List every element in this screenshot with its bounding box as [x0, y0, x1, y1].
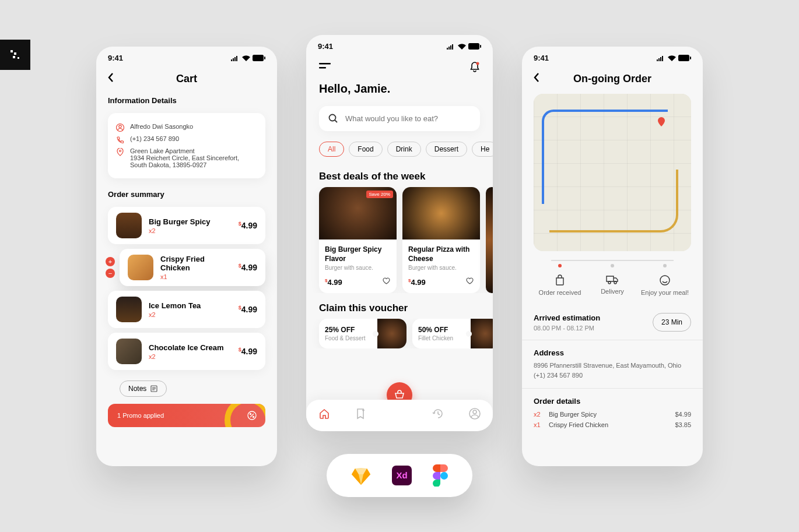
heart-icon[interactable] — [382, 277, 391, 287]
food-thumb — [116, 297, 142, 322]
svg-text:Xd: Xd — [396, 470, 407, 480]
status-time: 9:41 — [318, 42, 333, 51]
svg-rect-3 — [17, 57, 19, 59]
qty-minus-icon[interactable]: − — [106, 269, 115, 278]
voucher-sub: Food & Dessert — [325, 335, 372, 341]
info-card: Alfredo Dwi Sasongko (+1) 234 567 890 Gr… — [108, 113, 265, 178]
info-address: Green Lake Apartment 1934 Reichert Circl… — [130, 147, 257, 168]
svg-rect-2 — [13, 56, 15, 58]
order-item[interactable]: Big Burger Spicy x2 $4.99 — [108, 207, 265, 244]
heart-icon[interactable] — [465, 277, 474, 287]
figma-icon — [433, 464, 448, 487]
info-name: Alfredo Dwi Sasongko — [130, 123, 193, 130]
order-item[interactable]: + − Crispy Fried Chicken x1 $4.99 — [120, 249, 265, 286]
step: Order received — [534, 264, 586, 297]
back-icon[interactable] — [108, 73, 114, 84]
deal-name: Regular Pizza with Cheese — [408, 245, 474, 263]
xd-icon: Xd — [392, 466, 412, 485]
deal-card[interactable] — [486, 187, 493, 293]
brand-logo — [0, 40, 30, 70]
deal-desc: Burger with sauce. — [408, 265, 474, 271]
tracking-map[interactable] — [534, 94, 691, 251]
search-input[interactable] — [345, 114, 471, 123]
qty-plus-icon[interactable]: + — [106, 257, 115, 266]
sketch-icon — [351, 466, 371, 485]
search-box[interactable] — [319, 106, 480, 131]
status-time: 9:41 — [534, 54, 549, 62]
item-price: $4.99 — [239, 263, 257, 272]
voucher-sub: Fillet Chicken — [418, 335, 465, 341]
svg-point-8 — [120, 150, 121, 152]
step: Delivery — [586, 264, 639, 297]
order-item[interactable]: Chocolate Ice Cream x2 $4.99 — [108, 333, 265, 370]
item-price: $4.99 — [239, 305, 257, 314]
info-phone: (+1) 234 567 890 — [130, 135, 179, 142]
truck-icon — [606, 274, 619, 285]
menu-icon[interactable] — [319, 63, 331, 73]
order-summary-title: Order summary — [96, 183, 277, 202]
nav-bookmark-icon[interactable] — [355, 408, 366, 422]
eta-time: 08.00 PM - 08.12 PM — [534, 325, 600, 332]
deal-card[interactable]: Save 20% Big Burger Spicy Flavor Burger … — [319, 187, 397, 293]
chip-all[interactable]: All — [319, 142, 344, 157]
page-title: On-going Order — [522, 73, 703, 85]
promo-bar[interactable]: 1 Promo applied — [108, 404, 265, 427]
status-bar: 9:41 — [306, 35, 493, 51]
bottom-nav — [306, 400, 493, 431]
svg-point-11 — [250, 414, 251, 415]
svg-point-18 — [330, 115, 336, 121]
screen-cart: 9:41 Cart Information Details Alfredo Dw… — [96, 47, 277, 466]
deal-price: $4.99 — [325, 278, 342, 287]
deals-title: Best deals of the week — [306, 161, 493, 187]
voucher-title-text: 25% OFF — [325, 326, 372, 334]
deal-image: Save 20% — [319, 187, 397, 239]
chip-drink[interactable]: Drink — [387, 142, 421, 157]
nav-home-icon[interactable] — [318, 408, 330, 422]
search-icon — [328, 114, 338, 124]
page-title: Cart — [96, 73, 277, 85]
address-label: Address — [534, 348, 691, 357]
svg-point-25 — [660, 276, 670, 285]
order-steps: Order received Delivery Enjoy your meal! — [522, 256, 703, 305]
svg-rect-5 — [264, 57, 265, 59]
svg-rect-15 — [319, 63, 331, 65]
deal-image — [486, 187, 493, 293]
screen-order: 9:41 On-going Order Order received — [522, 47, 703, 466]
status-bar: 9:41 — [522, 47, 703, 62]
svg-point-28 — [440, 472, 448, 480]
svg-rect-22 — [690, 57, 691, 59]
status-icons — [446, 43, 481, 50]
notes-button[interactable]: Notes — [120, 380, 167, 397]
chip-food[interactable]: Food — [349, 142, 382, 157]
back-icon[interactable] — [534, 73, 539, 84]
address-phone: (+1) 234 567 890 — [534, 371, 691, 380]
status-time: 9:41 — [108, 54, 123, 62]
svg-rect-1 — [14, 52, 16, 55]
nav-profile-icon[interactable] — [469, 408, 481, 422]
voucher-card[interactable]: 50% OFF Fillet Chicken — [412, 319, 493, 348]
svg-rect-16 — [319, 67, 326, 69]
deal-desc: Burger with sauce. — [325, 265, 391, 271]
item-qty: x2 — [149, 353, 232, 360]
notification-icon[interactable] — [469, 61, 480, 75]
svg-point-12 — [253, 417, 254, 418]
svg-rect-13 — [468, 43, 479, 50]
address-text: 8996 Pfannerstill Stravenue, East Mayamo… — [534, 361, 691, 371]
order-item[interactable]: Ice Lemon Tea x2 $4.99 — [108, 291, 265, 328]
nav-history-icon[interactable] — [432, 408, 444, 422]
svg-rect-21 — [678, 55, 689, 61]
voucher-card[interactable]: 25% OFF Food & Dessert — [319, 319, 406, 348]
order-details-label: Order details — [534, 397, 691, 406]
svg-rect-0 — [10, 50, 13, 52]
order-detail-row: x2 Big Burger Spicy $4.99 — [534, 409, 691, 420]
chip-more[interactable]: He — [472, 142, 493, 157]
chip-dessert[interactable]: Dessert — [426, 142, 467, 157]
item-name: Ice Lemon Tea — [149, 301, 232, 310]
map-pin-icon — [658, 117, 665, 126]
voucher-title: Claim this voucher — [306, 293, 493, 319]
svg-point-19 — [473, 410, 476, 414]
bag-icon — [554, 274, 566, 286]
item-qty: x1 — [160, 273, 232, 280]
food-thumb — [128, 255, 153, 280]
deal-card[interactable]: Regular Pizza with Cheese Burger with sa… — [402, 187, 480, 293]
